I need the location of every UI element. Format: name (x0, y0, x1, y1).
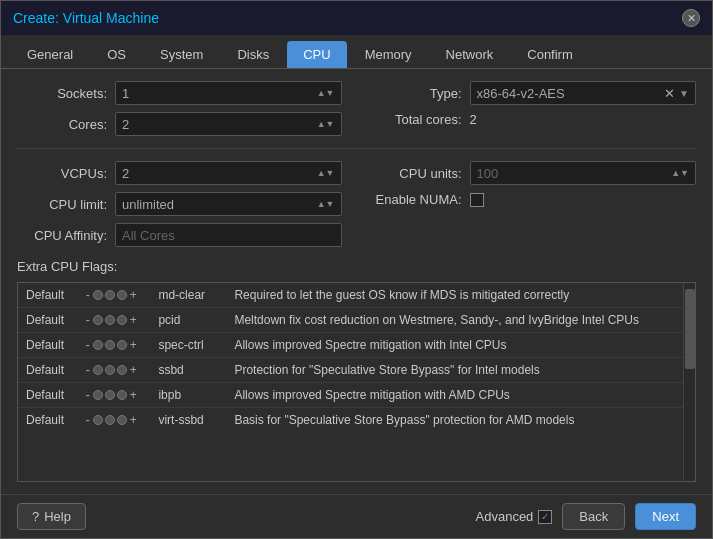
flag-description: Basis for "Speculative Store Bypass" pro… (226, 408, 683, 433)
toggle-circles (93, 415, 127, 425)
close-button[interactable]: ✕ (682, 9, 700, 27)
toggle-minus[interactable]: - (86, 313, 90, 327)
cpu-units-spinner[interactable]: ▲▼ (671, 169, 689, 178)
toggle-plus[interactable]: + (130, 388, 137, 402)
type-row: Type: x86-64-v2-AES ✕ ▼ (372, 81, 697, 105)
tab-memory[interactable]: Memory (349, 41, 428, 68)
title-bar: Create: Virtual Machine ✕ (1, 1, 712, 35)
cpu-affinity-label: CPU Affinity: (17, 228, 107, 243)
cpu-affinity-input[interactable]: All Cores (115, 223, 342, 247)
flag-name: pcid (150, 308, 226, 333)
help-icon: ? (32, 509, 39, 524)
left-col: Sockets: 1 ▲▼ Cores: 2 ▲▼ (17, 81, 342, 136)
toggle-circles (93, 365, 127, 375)
toggle-minus[interactable]: - (86, 363, 90, 377)
middle-form-section: VCPUs: 2 ▲▼ CPU limit: unlimited ▲▼ CPU … (17, 161, 696, 247)
tab-disks[interactable]: Disks (221, 41, 285, 68)
toggle-plus[interactable]: + (130, 363, 137, 377)
vcpus-spinner[interactable]: ▲▼ (317, 169, 335, 178)
flag-row-ibpb: Default - + ibpb Allows improved Spectre… (18, 383, 683, 408)
cpu-units-label: CPU units: (372, 166, 462, 181)
tab-general[interactable]: General (11, 41, 89, 68)
footer: ? Help Advanced ✓ Back Next (1, 494, 712, 538)
toggle-circles (93, 315, 127, 325)
toggle-plus[interactable]: + (130, 338, 137, 352)
right-col-2: CPU units: 100 ▲▼ Enable NUMA: (372, 161, 697, 247)
total-cores-label: Total cores: (372, 112, 462, 127)
toggle-circles (93, 290, 127, 300)
flag-row-pcid: Default - + pcid Meltdown fix cost reduc… (18, 308, 683, 333)
cpu-limit-label: CPU limit: (17, 197, 107, 212)
flag-toggle-cell[interactable]: - + (78, 408, 151, 433)
flags-table: Default - + md-clear Required to let the… (18, 283, 683, 432)
toggle-circles (93, 390, 127, 400)
vcpus-label: VCPUs: (17, 166, 107, 181)
advanced-checkbox[interactable]: ✓ (538, 510, 552, 524)
advanced-label: Advanced ✓ (476, 509, 553, 524)
flag-row-md-clear: Default - + md-clear Required to let the… (18, 283, 683, 308)
dialog-title: Create: Virtual Machine (13, 10, 159, 26)
flag-toggle-cell[interactable]: - + (78, 358, 151, 383)
type-input[interactable]: x86-64-v2-AES ✕ ▼ (470, 81, 697, 105)
tab-confirm[interactable]: Confirm (511, 41, 589, 68)
flag-description: Allows improved Spectre mitigation with … (226, 383, 683, 408)
sockets-row: Sockets: 1 ▲▼ (17, 81, 342, 105)
flag-toggle-cell[interactable]: - + (78, 308, 151, 333)
flag-description: Meltdown fix cost reduction on Westmere,… (226, 308, 683, 333)
flag-name: ssbd (150, 358, 226, 383)
tab-cpu[interactable]: CPU (287, 41, 346, 68)
flag-default: Default (18, 308, 78, 333)
flag-name: ibpb (150, 383, 226, 408)
flag-toggle-cell[interactable]: - + (78, 383, 151, 408)
total-cores-row: Total cores: 2 (372, 112, 697, 127)
toggle-plus[interactable]: + (130, 313, 137, 327)
scrollbar-thumb[interactable] (685, 289, 695, 369)
cores-input[interactable]: 2 ▲▼ (115, 112, 342, 136)
next-button[interactable]: Next (635, 503, 696, 530)
flag-description: Allows improved Spectre mitigation with … (226, 333, 683, 358)
right-col: Type: x86-64-v2-AES ✕ ▼ Total cores: 2 (372, 81, 697, 136)
flag-default: Default (18, 383, 78, 408)
tab-system[interactable]: System (144, 41, 219, 68)
toggle-minus[interactable]: - (86, 338, 90, 352)
enable-numa-checkbox[interactable] (470, 193, 484, 207)
back-button[interactable]: Back (562, 503, 625, 530)
type-clear-button[interactable]: ✕ (664, 86, 675, 101)
vcpus-input[interactable]: 2 ▲▼ (115, 161, 342, 185)
cores-row: Cores: 2 ▲▼ (17, 112, 342, 136)
left-col-2: VCPUs: 2 ▲▼ CPU limit: unlimited ▲▼ CPU … (17, 161, 342, 247)
toggle-circles (93, 340, 127, 350)
type-dropdown-arrow[interactable]: ▼ (679, 88, 689, 99)
toggle-plus[interactable]: + (130, 413, 137, 427)
toggle-plus[interactable]: + (130, 288, 137, 302)
toggle-minus[interactable]: - (86, 388, 90, 402)
help-button[interactable]: ? Help (17, 503, 86, 530)
enable-numa-row: Enable NUMA: (372, 192, 697, 207)
cpu-limit-input[interactable]: unlimited ▲▼ (115, 192, 342, 216)
flag-default: Default (18, 358, 78, 383)
flag-name: virt-ssbd (150, 408, 226, 433)
toggle-minus[interactable]: - (86, 413, 90, 427)
flag-description: Required to let the guest OS know if MDS… (226, 283, 683, 308)
tab-os[interactable]: OS (91, 41, 142, 68)
cpu-units-row: CPU units: 100 ▲▼ (372, 161, 697, 185)
flags-container: Default - + md-clear Required to let the… (17, 282, 696, 482)
cpu-limit-spinner[interactable]: ▲▼ (317, 200, 335, 209)
separator-1 (17, 148, 696, 149)
flag-description: Protection for "Speculative Store Bypass… (226, 358, 683, 383)
sockets-label: Sockets: (17, 86, 107, 101)
scrollbar-track[interactable] (683, 283, 695, 481)
cores-label: Cores: (17, 117, 107, 132)
flag-toggle-cell[interactable]: - + (78, 333, 151, 358)
toggle-minus[interactable]: - (86, 288, 90, 302)
cpu-units-input[interactable]: 100 ▲▼ (470, 161, 697, 185)
flag-toggle-cell[interactable]: - + (78, 283, 151, 308)
sockets-spinner[interactable]: ▲▼ (317, 89, 335, 98)
tab-network[interactable]: Network (430, 41, 510, 68)
cores-spinner[interactable]: ▲▼ (317, 120, 335, 129)
vcpus-row: VCPUs: 2 ▲▼ (17, 161, 342, 185)
sockets-input[interactable]: 1 ▲▼ (115, 81, 342, 105)
enable-numa-label: Enable NUMA: (372, 192, 462, 207)
footer-right: Advanced ✓ Back Next (476, 503, 696, 530)
create-vm-dialog: Create: Virtual Machine ✕ GeneralOSSyste… (0, 0, 713, 539)
